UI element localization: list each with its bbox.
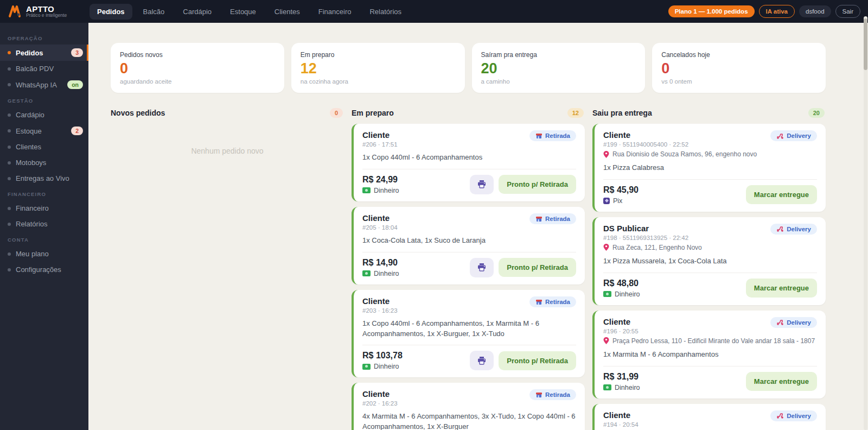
sidebar-item-label: Pedidos: [16, 49, 43, 57]
stat-subtext: a caminho: [481, 78, 636, 85]
board-column-1: Em preparo12Cliente#206 · 17:51Retirada1…: [352, 108, 585, 430]
scooter-icon: [776, 413, 784, 419]
delivery-address: Rua Dionisio de Souza Ramos, 96, engenho…: [603, 150, 817, 158]
order-card[interactable]: Cliente#206 · 17:51Retirada1x Copo 440ml…: [352, 124, 585, 201]
order-card[interactable]: Cliente#202 · 16:23Retirada4x Marmita M …: [352, 383, 585, 430]
order-card[interactable]: Cliente#196 · 20:55DeliveryPraça Pedro L…: [592, 311, 826, 399]
order-primary-action-button[interactable]: Pronto p/ Retirada: [499, 175, 576, 194]
stat-label: Saíram pra entrega: [481, 51, 636, 59]
order-card[interactable]: Cliente#194 · 20:54DeliveryPraça Pedro L…: [592, 404, 826, 430]
delivery-address: Rua Zeca, 121, Engenho Novo: [603, 244, 817, 251]
order-meta: #198 · 5511969313925 · 22:42: [603, 235, 688, 241]
order-type-label: Delivery: [787, 132, 811, 139]
sidebar-section-title: GESTÃO: [0, 93, 88, 107]
stat-value: 12: [301, 60, 456, 77]
bullet-icon: [8, 67, 11, 71]
order-card[interactable]: Cliente#203 · 16:23Retirada1x Copo 440ml…: [352, 290, 585, 378]
logout-button[interactable]: Sair: [835, 5, 860, 18]
address-text: Rua Zeca, 121, Engenho Novo: [612, 244, 702, 251]
column-header: Saiu pra entrega20: [592, 108, 826, 118]
board-column-0: Novos pedidos0Nenhum pedido novo: [111, 108, 344, 430]
topnav-item-0[interactable]: Pedidos: [90, 4, 132, 20]
order-primary-action-button[interactable]: Pronto p/ Retirada: [499, 258, 576, 277]
apto-logo-icon: [8, 4, 22, 18]
sidebar-item-label: WhatsApp IA: [16, 81, 57, 89]
scooter-icon: [776, 226, 784, 232]
sidebar-item-badge: on: [67, 80, 83, 89]
topnav-item-3[interactable]: Estoque: [222, 4, 264, 20]
ia-status-badge[interactable]: IA ativa: [759, 5, 795, 18]
order-price: R$ 103,78: [362, 351, 403, 361]
printer-icon: [477, 180, 486, 188]
payment-method: Pix: [603, 197, 639, 205]
column-title: Em preparo: [352, 109, 394, 117]
order-meta: #194 · 20:54: [603, 421, 639, 428]
sidebar-item-estoque[interactable]: Estoque2: [0, 123, 88, 139]
order-type-badge: Delivery: [770, 317, 817, 328]
printer-icon: [477, 357, 486, 365]
bullet-icon: [8, 51, 11, 54]
window-scrollbar-thumb[interactable]: [864, 18, 867, 70]
bullet-icon: [8, 177, 11, 180]
bullet-icon: [8, 146, 11, 149]
print-button[interactable]: [470, 175, 494, 194]
sidebar-item-whatsapp-ia[interactable]: WhatsApp IAon: [0, 77, 88, 93]
sidebar-item-configura-es[interactable]: Configurações: [0, 262, 88, 277]
sidebar-item-label: Motoboys: [16, 159, 46, 167]
topnav-item-1[interactable]: Balcão: [136, 4, 173, 20]
sidebar-item-clientes[interactable]: Clientes: [0, 139, 88, 155]
order-card[interactable]: Cliente#205 · 18:04Retirada1x Coca-Cola …: [352, 207, 585, 284]
order-primary-action-button[interactable]: Pronto p/ Retirada: [499, 351, 576, 370]
storefront-icon: [535, 216, 542, 222]
store-name-badge[interactable]: dsfood: [799, 5, 831, 17]
topnav-item-6[interactable]: Relatórios: [362, 4, 409, 20]
sidebar-item-relat-rios[interactable]: Relatórios: [0, 216, 88, 232]
order-items: 4x Marmita M - 6 Acompanhamentos, 3x X-T…: [362, 412, 576, 430]
order-primary-action-button[interactable]: Marcar entregue: [746, 185, 817, 204]
main-content: Pedidos novos0aguardando aceiteEm prepar…: [88, 23, 868, 430]
window-scrollbar[interactable]: [864, 16, 867, 430]
cash-icon: [362, 270, 371, 276]
order-price: R$ 31,99: [603, 372, 640, 382]
pix-icon: [603, 198, 610, 204]
column-count-badge: 20: [808, 108, 825, 118]
customer-name: Cliente: [603, 317, 639, 327]
column-title: Saiu pra entrega: [592, 109, 652, 117]
print-button[interactable]: [470, 351, 494, 370]
sidebar-item-label: Balcão PDV: [16, 65, 54, 73]
topnav-item-4[interactable]: Clientes: [267, 4, 308, 20]
sidebar-item-entregas-ao-vivo[interactable]: Entregas ao Vivo: [0, 170, 88, 186]
order-primary-action-button[interactable]: Marcar entregue: [746, 279, 817, 298]
sidebar-item-financeiro[interactable]: Financeiro: [0, 200, 88, 216]
sidebar-section-title: CONTA: [0, 232, 88, 246]
order-items: 1x Pizza Mussarela, 1x Coca-Cola Lata: [603, 256, 817, 273]
sidebar-item-card-pio[interactable]: Cardápio: [0, 107, 88, 123]
payment-label: Dinheiro: [615, 384, 640, 391]
printer-icon: [477, 263, 486, 271]
order-type-label: Retirada: [545, 132, 570, 139]
order-type-badge: Retirada: [529, 389, 576, 400]
topnav-item-2[interactable]: Cardápio: [175, 4, 219, 20]
order-card[interactable]: Cliente#199 · 5511940005400 · 22:52Deliv…: [592, 124, 826, 212]
bullet-icon: [8, 207, 11, 210]
cash-icon: [362, 187, 371, 193]
sidebar-item-balc-o-pdv[interactable]: Balcão PDV: [0, 61, 88, 77]
stat-subtext: vs 0 ontem: [661, 78, 816, 85]
print-button[interactable]: [470, 258, 494, 277]
order-primary-action-button[interactable]: Marcar entregue: [746, 372, 817, 391]
order-card[interactable]: DS Publicar#198 · 5511969313925 · 22:42D…: [592, 217, 826, 305]
topnav-item-5[interactable]: Financeiro: [311, 4, 359, 20]
sidebar-item-pedidos[interactable]: Pedidos3: [0, 45, 88, 61]
app-name: APTTO: [26, 5, 67, 14]
stat-label: Pedidos novos: [120, 51, 275, 59]
sidebar-item-motoboys[interactable]: Motoboys: [0, 155, 88, 170]
stat-card-1: Em preparo12na cozinha agora: [291, 43, 465, 93]
order-type-label: Delivery: [787, 226, 811, 232]
bullet-icon: [8, 268, 11, 271]
plan-badge[interactable]: Plano 1 — 1.000 pedidos: [668, 5, 755, 17]
order-meta: #196 · 20:55: [603, 328, 639, 334]
stat-card-0: Pedidos novos0aguardando aceite: [111, 43, 284, 93]
sidebar-item-meu-plano[interactable]: Meu plano: [0, 246, 88, 262]
payment-label: Dinheiro: [615, 290, 640, 298]
bullet-icon: [8, 83, 11, 86]
